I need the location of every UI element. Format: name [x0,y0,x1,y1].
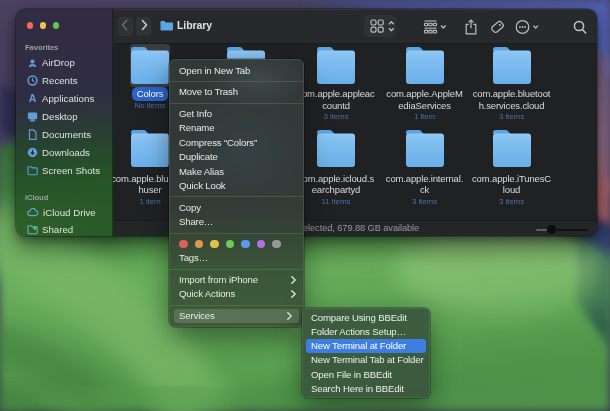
svg-text:A: A [29,93,37,104]
